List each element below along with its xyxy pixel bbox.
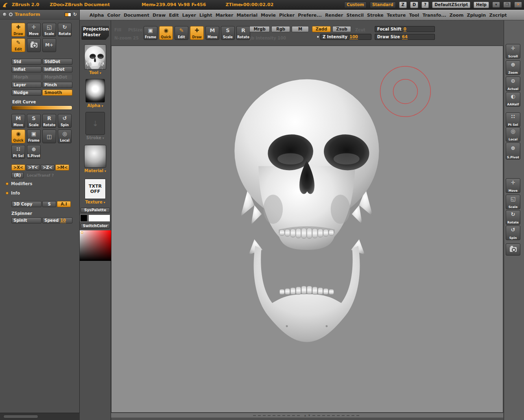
axis-m-button[interactable]: >M<: [55, 164, 69, 171]
menu-stroke[interactable]: Stroke: [367, 13, 384, 18]
shelf-rotate-button[interactable]: RRotate: [236, 26, 250, 40]
spivot-button-right[interactable]: ⊕S.Pivot: [506, 142, 520, 160]
scale-button-right[interactable]: ◱Scale: [506, 195, 520, 209]
frame-button[interactable]: ▣Frame: [27, 129, 41, 143]
menu-movie[interactable]: Movie: [261, 13, 276, 18]
brush-std-button[interactable]: Std: [11, 59, 41, 65]
shelf-move-button[interactable]: MMove: [205, 26, 219, 40]
ptsel-button-right[interactable]: ∷Pt Sel: [506, 112, 520, 127]
shelf-quick-button[interactable]: ◉Quick: [159, 26, 173, 40]
color-swatch-icon[interactable]: [65, 13, 71, 17]
focal-shift-slider[interactable]: Focal Shift 0: [375, 26, 435, 32]
actual-button[interactable]: ⊙Actual: [506, 77, 520, 91]
color-picker-cursor[interactable]: [81, 232, 83, 234]
menu-texture[interactable]: Texture: [387, 13, 406, 18]
menu-stencil[interactable]: Stencil: [346, 13, 364, 18]
rotate-button-right[interactable]: ↻Rotate: [506, 210, 520, 225]
shelf-edit-button[interactable]: ✎Edit: [175, 26, 188, 40]
menu-document[interactable]: Document: [124, 13, 149, 18]
brush-smooth-button[interactable]: Smooth: [42, 90, 72, 96]
shelf-frame-button[interactable]: ▣Frame: [144, 26, 157, 40]
draw-mode-button[interactable]: ✚Draw: [11, 23, 25, 37]
menu-preferences[interactable]: Prefere...: [298, 13, 322, 18]
default-zscript-button[interactable]: DefaultZScript: [432, 2, 470, 8]
menu-picker[interactable]: Picker: [279, 13, 295, 18]
material-thumbnail[interactable]: [84, 145, 106, 168]
edit-curve-widget[interactable]: [11, 105, 72, 110]
snapshot-button-right[interactable]: [506, 243, 520, 256]
z-button[interactable]: Z: [399, 2, 407, 8]
brush-inflat-button[interactable]: Inflat: [11, 66, 41, 72]
menu-render[interactable]: Render: [325, 13, 343, 18]
texture-dropdown[interactable]: Texture: [85, 200, 105, 204]
snapshot-button[interactable]: [27, 38, 41, 52]
axis-z-button[interactable]: >Z<: [41, 164, 55, 171]
rgb-button[interactable]: Rgb: [271, 26, 290, 32]
tray-down-icon[interactable]: ▾: [308, 414, 310, 417]
m-button[interactable]: M: [292, 26, 309, 32]
nav-spin-button[interactable]: ↺Spin: [58, 114, 72, 128]
zoom-button[interactable]: ⊕Zoom: [506, 60, 520, 75]
mrgb-button[interactable]: Mrgb: [249, 26, 270, 32]
rotate-mode-button[interactable]: ↻Rotate: [58, 23, 72, 37]
s-button[interactable]: S: [42, 201, 56, 207]
scroll-button[interactable]: ✛Scroll: [506, 44, 520, 59]
spivot-button[interactable]: ⊕S.Pivot: [27, 145, 41, 159]
shelf-scale-button[interactable]: SScale: [221, 26, 235, 40]
tool-thumbnail[interactable]: [84, 44, 106, 70]
menu-zoom[interactable]: Zoom: [450, 13, 464, 18]
nav-move-button[interactable]: MMove: [11, 114, 25, 128]
aahalf-button[interactable]: ◐AAHalf: [506, 92, 520, 107]
nav-rotate-button[interactable]: RRotate: [42, 114, 56, 128]
info-section[interactable]: Info: [6, 191, 79, 195]
alpha-thumbnail[interactable]: [85, 79, 105, 103]
document-canvas[interactable]: [111, 46, 503, 413]
menu-material[interactable]: Material: [236, 13, 257, 18]
edit-mode-button[interactable]: ✎Edit: [11, 38, 25, 52]
nav-scale-button[interactable]: SScale: [27, 114, 41, 128]
palette-dot-icon[interactable]: [2, 12, 7, 17]
drawsize-slider[interactable]: Draw Size 64: [375, 34, 435, 40]
menu-alpha[interactable]: Alpha: [90, 13, 104, 18]
menu-edit[interactable]: Edit: [169, 13, 179, 18]
quick-button[interactable]: ◉Quick: [11, 129, 25, 143]
projection-master-button[interactable]: Projection Master: [81, 25, 109, 40]
menu-tool[interactable]: Tool: [409, 13, 419, 18]
local-button-right[interactable]: ◎Local: [506, 127, 520, 142]
modifiers-section[interactable]: Modifiers: [6, 182, 79, 186]
close-button[interactable]: ✕: [514, 2, 522, 8]
shelf-draw-button[interactable]: ✚Draw: [190, 26, 204, 40]
menu-zscript[interactable]: Zscript: [489, 13, 507, 18]
brush-nudge-button[interactable]: Nudge: [11, 90, 41, 96]
switchcolor-button[interactable]: SwitchColor: [81, 223, 110, 229]
local-button[interactable]: ◎Local: [58, 129, 72, 143]
r-button[interactable]: (R): [11, 172, 24, 178]
speed-slider[interactable]: Speed 10: [42, 217, 72, 223]
restore-button[interactable]: ❐: [503, 2, 511, 8]
menu-marker[interactable]: Marker: [216, 13, 234, 18]
spin-button-right[interactable]: ↺Spin: [506, 225, 520, 240]
scrollbar-handle[interactable]: [3, 415, 38, 418]
ptsel-button[interactable]: ∷Pt Sel: [11, 145, 25, 159]
syspalette-button[interactable]: SysPalette: [81, 208, 110, 213]
standard-ui-button[interactable]: Standard: [370, 2, 396, 8]
d-button[interactable]: D: [410, 2, 418, 8]
zsub-button[interactable]: Zsub: [332, 26, 351, 32]
alpha-dropdown[interactable]: Alpha: [87, 103, 103, 108]
bound-button[interactable]: ◫: [42, 129, 56, 143]
spinit-button[interactable]: SpinIt: [11, 217, 41, 223]
ai-button[interactable]: A.I: [57, 201, 71, 207]
help-button[interactable]: Help: [474, 2, 489, 8]
texture-off-box[interactable]: TXTR OFF: [85, 179, 106, 199]
move-mode-button[interactable]: ✛Move: [27, 23, 41, 37]
color-picker-gradient[interactable]: [80, 230, 111, 261]
brush-layer-button[interactable]: Layer: [11, 82, 41, 88]
brush-stddot-button[interactable]: StdDot: [42, 59, 72, 65]
copy-3d-button[interactable]: 3D Copy: [11, 201, 41, 207]
minimize-button[interactable]: ▾: [492, 2, 500, 8]
tray-up-icon[interactable]: ▴: [304, 414, 306, 417]
custom-ui-button[interactable]: Custom: [344, 2, 366, 8]
menu-light[interactable]: Light: [199, 13, 212, 18]
reset-icon[interactable]: ↻: [73, 12, 77, 17]
secondary-color-swatch[interactable]: [88, 214, 110, 222]
